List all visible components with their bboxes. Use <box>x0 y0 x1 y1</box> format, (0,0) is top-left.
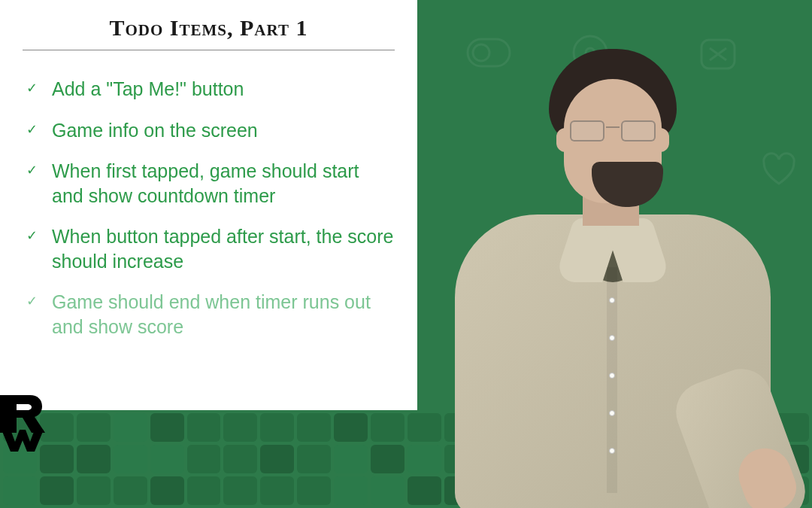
check-icon: ✓ <box>26 227 43 245</box>
rw-logo <box>0 395 51 452</box>
todo-item-text: Game should end when timer runs out and … <box>52 290 395 339</box>
todo-item: ✓Game should end when timer runs out and… <box>26 290 395 339</box>
presenter-figure <box>436 26 782 508</box>
slide-title: Todo Items, Part 1 <box>23 15 395 50</box>
todo-item: ✓When button tapped after start, the sco… <box>26 224 395 273</box>
todo-item: ✓Add a "Tap Me!" button <box>26 77 395 102</box>
todo-item-text: Add a "Tap Me!" button <box>52 77 244 102</box>
check-icon: ✓ <box>26 162 43 179</box>
todo-item-text: Game info on the screen <box>52 118 258 143</box>
todo-item: ✓When first tapped, game should start an… <box>26 159 395 208</box>
todo-item-text: When first tapped, game should start and… <box>52 159 395 208</box>
check-icon: ✓ <box>26 293 43 310</box>
todo-list: ✓Add a "Tap Me!" button✓Game info on the… <box>23 77 395 339</box>
todo-item-text: When button tapped after start, the scor… <box>52 224 395 273</box>
check-icon: ✓ <box>26 121 43 138</box>
presenter-area <box>402 0 812 508</box>
check-icon: ✓ <box>26 80 43 97</box>
slide-card: Todo Items, Part 1 ✓Add a "Tap Me!" butt… <box>0 0 417 410</box>
todo-item: ✓Game info on the screen <box>26 118 395 143</box>
